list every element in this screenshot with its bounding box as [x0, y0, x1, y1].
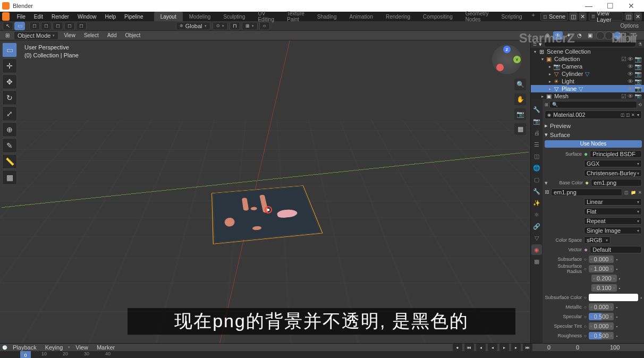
tab-layout[interactable]: Layout — [154, 12, 183, 21]
anim-dot[interactable]: • — [616, 257, 617, 262]
menu-select[interactable]: Select — [80, 32, 103, 38]
timeline-editor-icon[interactable]: 🕐 — [2, 345, 7, 350]
open-image-icon[interactable]: 📁 — [631, 190, 636, 195]
ssr-value-1[interactable]: ‹0.200› — [591, 275, 617, 282]
tab-uvediting[interactable]: UV Editing — [251, 12, 281, 21]
tool-select-box[interactable]: ▭ — [2, 42, 17, 57]
tab-scripting[interactable]: Scripting — [495, 12, 529, 21]
outliner-item-collection[interactable]: ▾▣ Collection ☑👁📷 — [531, 55, 644, 63]
tab-modeling[interactable]: Modeling — [183, 12, 217, 21]
tool-scale[interactable]: ⤢ — [2, 106, 17, 121]
menu-object[interactable]: Object — [121, 32, 145, 38]
node-socket-icon[interactable]: ● — [584, 150, 588, 158]
cursor-tool-icon[interactable]: ↖ — [3, 22, 13, 30]
use-nodes-button[interactable]: Use Nodes — [545, 140, 642, 148]
minimize-button[interactable]: — — [578, 0, 599, 12]
socket-dot[interactable]: ○ — [584, 257, 587, 262]
solid-shading[interactable] — [605, 31, 613, 40]
play-button[interactable]: ▸ — [499, 344, 509, 351]
menu-render[interactable]: Render — [47, 14, 73, 20]
editor-type-icon[interactable]: ⊞ — [545, 103, 548, 107]
prop-tab-constraint[interactable]: 🔗 — [531, 221, 542, 232]
prop-tab-modifier[interactable]: 🔧 — [531, 186, 542, 197]
menu-add[interactable]: Add — [103, 32, 121, 38]
image-datablock-icon[interactable]: 🖼 — [545, 190, 549, 195]
prop-tab-viewlayer[interactable]: ☰ — [531, 139, 542, 150]
distribution-field[interactable]: GGX — [584, 160, 642, 167]
options-label[interactable]: Options — [621, 23, 639, 29]
outliner-search[interactable] — [544, 41, 636, 47]
prop-tab-particle[interactable]: ✨ — [531, 198, 542, 208]
menu-edit[interactable]: Edit — [30, 14, 47, 20]
outliner-root[interactable]: ▾⊞ Scene Collection — [531, 48, 644, 55]
pin-icon[interactable]: ⟲ — [638, 103, 642, 107]
play-reverse-button[interactable]: ◂ — [488, 344, 497, 351]
gizmo-z-axis[interactable]: Z — [503, 46, 511, 53]
frame-current[interactable]: 0 — [547, 344, 574, 351]
render-icon[interactable]: 📷 — [634, 71, 642, 78]
prop-tab-render[interactable]: 📷 — [531, 116, 542, 126]
eye-icon[interactable]: ☑ — [621, 56, 626, 63]
render-icon[interactable]: 📷 — [634, 78, 642, 85]
surface-value[interactable]: Principled BSDF — [590, 150, 642, 158]
viewlayer-new-button[interactable]: ◫ — [624, 12, 632, 21]
metallic-value[interactable]: ‹0.000› — [589, 303, 614, 311]
preview-section[interactable]: ▸Preview — [545, 121, 642, 130]
outliner-item-light[interactable]: ▸☀ Light 👁📷 — [531, 78, 644, 85]
viewlayer-selector[interactable]: ☰ View Layer — [589, 12, 623, 21]
jump-prev-button[interactable]: ◂ — [476, 344, 486, 351]
scene-new-button[interactable]: ◫ — [569, 12, 577, 21]
jump-end-button[interactable]: ⏭ — [523, 344, 532, 351]
ssr-value-0[interactable]: ‹1.000› — [589, 265, 614, 272]
snap-btn-1[interactable]: □ — [29, 22, 40, 30]
render-icon[interactable]: 📷 — [634, 63, 642, 70]
snap-btn-5[interactable]: □ — [76, 22, 87, 30]
outliner-item-mesh[interactable]: ▸▣ Mesh ☑👁📷 — [531, 92, 644, 99]
tab-geometrynodes[interactable]: Geometry Nodes — [459, 12, 495, 21]
filter-icon[interactable]: ⚗ — [638, 42, 642, 47]
tab-compositing[interactable]: Compositing — [417, 12, 459, 21]
expand-icon[interactable]: ▾ — [545, 180, 549, 186]
pan-icon[interactable]: ✋ — [514, 93, 526, 105]
material-selector[interactable]: ◉ Material.002 ◫ ◫ ✕ ▾ — [545, 110, 642, 119]
timeline-menu-marker[interactable]: Marker — [94, 344, 118, 351]
wireframe-shading[interactable] — [596, 31, 605, 40]
tool-rotate[interactable]: ↻ — [2, 90, 17, 105]
tab-sculpting[interactable]: Sculpting — [217, 12, 251, 21]
eye-icon[interactable]: 👁 — [628, 71, 633, 78]
properties-search[interactable] — [549, 101, 637, 108]
tool-move[interactable]: ✥ — [2, 74, 17, 89]
snap-btn-4[interactable]: □ — [64, 22, 75, 30]
timeline-menu-view[interactable]: View — [72, 344, 91, 351]
vis-icon[interactable]: ☑ — [621, 93, 626, 99]
transform-orientation[interactable]: ⊕ Global ▾ — [176, 22, 210, 30]
eye-icon[interactable]: 👁 — [628, 78, 633, 85]
new-image-icon[interactable]: ◫ — [624, 190, 629, 195]
snap-toggle[interactable]: ⊓ — [230, 22, 240, 30]
surface-section[interactable]: ▾Surface — [545, 130, 642, 139]
disable-icon[interactable]: 📷 — [634, 56, 642, 63]
close-button[interactable]: ✕ — [621, 0, 642, 12]
tab-shading[interactable]: Shading — [311, 12, 343, 21]
snap-btn-2[interactable]: □ — [41, 22, 52, 30]
texture-name[interactable]: em1.png — [551, 189, 622, 196]
source-field[interactable]: Single Image — [584, 227, 642, 234]
roughness-value[interactable]: ‹0.500› — [589, 332, 614, 339]
frame-start[interactable]: 0 — [576, 344, 608, 351]
snap-settings[interactable]: ▦ ▾ — [242, 22, 258, 30]
prop-tab-output[interactable]: 🖨 — [531, 127, 542, 138]
snap-btn-3[interactable]: □ — [53, 22, 63, 30]
subsurface-method-field[interactable]: Christensen-Burley — [584, 169, 642, 177]
tool-cursor[interactable]: ✛ — [2, 58, 17, 73]
tool-add[interactable]: ▦ — [2, 170, 17, 185]
vector-value[interactable]: Default — [590, 246, 642, 253]
render-icon[interactable]: 📷 — [634, 86, 642, 92]
outliner-editor-icon[interactable]: ☰ — [533, 42, 537, 47]
gizmo-y-axis[interactable]: Y — [513, 56, 521, 63]
ssc-color[interactable] — [589, 294, 638, 301]
menu-view[interactable]: View — [60, 32, 80, 38]
vector-socket-icon[interactable]: ● — [584, 246, 588, 253]
pivot-point[interactable]: ⊙ ▾ — [213, 22, 228, 30]
tool-transform[interactable]: ⊕ — [2, 122, 17, 137]
tab-rendering[interactable]: Rendering — [379, 12, 417, 21]
